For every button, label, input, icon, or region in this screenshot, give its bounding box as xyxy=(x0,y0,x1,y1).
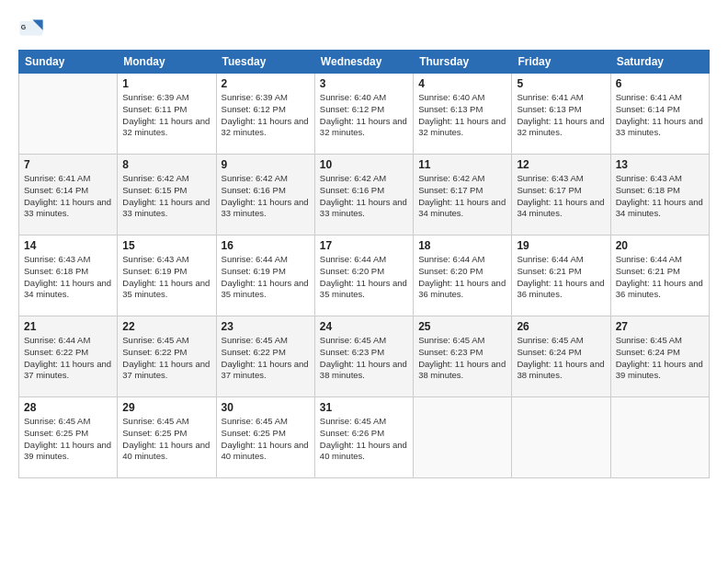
calendar-cell: 23Sunrise: 6:45 AM Sunset: 6:22 PM Dayli… xyxy=(216,316,314,397)
day-number: 2 xyxy=(222,77,310,90)
calendar-cell xyxy=(512,397,610,478)
day-info: Sunrise: 6:45 AM Sunset: 6:24 PM Dayligh… xyxy=(517,335,605,382)
calendar-cell: 5Sunrise: 6:41 AM Sunset: 6:13 PM Daylig… xyxy=(512,74,610,155)
calendar-cell: 27Sunrise: 6:45 AM Sunset: 6:24 PM Dayli… xyxy=(610,316,709,397)
calendar-cell: 13Sunrise: 6:43 AM Sunset: 6:18 PM Dayli… xyxy=(610,155,709,236)
day-number: 14 xyxy=(24,239,112,252)
day-info: Sunrise: 6:45 AM Sunset: 6:24 PM Dayligh… xyxy=(616,335,704,382)
day-number: 12 xyxy=(517,158,605,171)
day-info: Sunrise: 6:40 AM Sunset: 6:12 PM Dayligh… xyxy=(320,92,408,139)
day-info: Sunrise: 6:41 AM Sunset: 6:14 PM Dayligh… xyxy=(616,92,704,139)
header: G xyxy=(18,15,710,40)
day-number: 5 xyxy=(517,77,605,90)
calendar-cell: 15Sunrise: 6:43 AM Sunset: 6:19 PM Dayli… xyxy=(118,236,216,316)
day-number: 19 xyxy=(517,239,605,252)
calendar-cell: 1Sunrise: 6:39 AM Sunset: 6:11 PM Daylig… xyxy=(118,74,216,155)
day-number: 30 xyxy=(222,401,310,414)
calendar-cell: 25Sunrise: 6:45 AM Sunset: 6:23 PM Dayli… xyxy=(414,316,512,397)
weekday-header: Tuesday xyxy=(216,51,314,74)
calendar-cell: 26Sunrise: 6:45 AM Sunset: 6:24 PM Dayli… xyxy=(512,316,610,397)
day-number: 31 xyxy=(320,401,408,414)
calendar-cell: 20Sunrise: 6:44 AM Sunset: 6:21 PM Dayli… xyxy=(610,236,709,316)
day-info: Sunrise: 6:45 AM Sunset: 6:23 PM Dayligh… xyxy=(320,335,408,382)
day-number: 9 xyxy=(222,158,310,171)
day-info: Sunrise: 6:45 AM Sunset: 6:25 PM Dayligh… xyxy=(122,416,210,463)
day-info: Sunrise: 6:44 AM Sunset: 6:19 PM Dayligh… xyxy=(222,254,310,301)
calendar-cell: 9Sunrise: 6:42 AM Sunset: 6:16 PM Daylig… xyxy=(216,155,314,236)
weekday-header: Friday xyxy=(512,51,610,74)
day-number: 8 xyxy=(122,158,210,171)
day-number: 11 xyxy=(418,158,506,171)
day-number: 21 xyxy=(24,320,112,333)
day-info: Sunrise: 6:39 AM Sunset: 6:11 PM Dayligh… xyxy=(122,92,210,139)
weekday-header: Sunday xyxy=(19,51,118,74)
calendar-cell: 3Sunrise: 6:40 AM Sunset: 6:12 PM Daylig… xyxy=(314,74,413,155)
day-info: Sunrise: 6:42 AM Sunset: 6:16 PM Dayligh… xyxy=(222,173,310,220)
calendar-cell: 2Sunrise: 6:39 AM Sunset: 6:12 PM Daylig… xyxy=(216,74,314,155)
day-info: Sunrise: 6:44 AM Sunset: 6:21 PM Dayligh… xyxy=(517,254,605,301)
day-number: 23 xyxy=(222,320,310,333)
calendar-cell xyxy=(19,74,118,155)
day-number: 16 xyxy=(222,239,310,252)
calendar-table: SundayMondayTuesdayWednesdayThursdayFrid… xyxy=(18,50,710,478)
day-info: Sunrise: 6:45 AM Sunset: 6:25 PM Dayligh… xyxy=(222,416,310,463)
day-number: 24 xyxy=(320,320,408,333)
day-info: Sunrise: 6:43 AM Sunset: 6:18 PM Dayligh… xyxy=(24,254,112,301)
page: G SundayMondayTuesdayWednesdayThursdayFr… xyxy=(0,0,728,563)
day-number: 10 xyxy=(320,158,408,171)
calendar-week-row: 1Sunrise: 6:39 AM Sunset: 6:11 PM Daylig… xyxy=(19,74,710,155)
logo: G xyxy=(18,15,48,40)
day-number: 22 xyxy=(122,320,210,333)
day-info: Sunrise: 6:42 AM Sunset: 6:16 PM Dayligh… xyxy=(320,173,408,220)
day-number: 18 xyxy=(418,239,506,252)
calendar-header-row: SundayMondayTuesdayWednesdayThursdayFrid… xyxy=(19,51,710,74)
day-number: 1 xyxy=(122,77,210,90)
day-number: 4 xyxy=(418,77,506,90)
calendar-cell: 19Sunrise: 6:44 AM Sunset: 6:21 PM Dayli… xyxy=(512,236,610,316)
day-info: Sunrise: 6:44 AM Sunset: 6:22 PM Dayligh… xyxy=(24,335,112,382)
day-number: 13 xyxy=(616,158,704,171)
day-number: 20 xyxy=(616,239,704,252)
day-info: Sunrise: 6:44 AM Sunset: 6:20 PM Dayligh… xyxy=(320,254,408,301)
day-number: 7 xyxy=(24,158,112,171)
calendar-cell: 6Sunrise: 6:41 AM Sunset: 6:14 PM Daylig… xyxy=(610,74,709,155)
calendar-week-row: 28Sunrise: 6:45 AM Sunset: 6:25 PM Dayli… xyxy=(19,397,710,478)
calendar-cell: 29Sunrise: 6:45 AM Sunset: 6:25 PM Dayli… xyxy=(118,397,216,478)
weekday-header: Saturday xyxy=(610,51,709,74)
calendar-cell: 22Sunrise: 6:45 AM Sunset: 6:22 PM Dayli… xyxy=(118,316,216,397)
calendar-cell: 24Sunrise: 6:45 AM Sunset: 6:23 PM Dayli… xyxy=(314,316,413,397)
day-info: Sunrise: 6:44 AM Sunset: 6:20 PM Dayligh… xyxy=(418,254,506,301)
calendar-cell: 31Sunrise: 6:45 AM Sunset: 6:26 PM Dayli… xyxy=(314,397,413,478)
calendar-cell: 17Sunrise: 6:44 AM Sunset: 6:20 PM Dayli… xyxy=(314,236,413,316)
day-number: 3 xyxy=(320,77,408,90)
day-info: Sunrise: 6:41 AM Sunset: 6:13 PM Dayligh… xyxy=(517,92,605,139)
day-info: Sunrise: 6:41 AM Sunset: 6:14 PM Dayligh… xyxy=(24,173,112,220)
day-info: Sunrise: 6:43 AM Sunset: 6:19 PM Dayligh… xyxy=(122,254,210,301)
day-info: Sunrise: 6:40 AM Sunset: 6:13 PM Dayligh… xyxy=(418,92,506,139)
calendar-cell: 30Sunrise: 6:45 AM Sunset: 6:25 PM Dayli… xyxy=(216,397,314,478)
day-number: 25 xyxy=(418,320,506,333)
day-number: 28 xyxy=(24,401,112,414)
weekday-header: Thursday xyxy=(414,51,512,74)
calendar-week-row: 14Sunrise: 6:43 AM Sunset: 6:18 PM Dayli… xyxy=(19,236,710,316)
day-info: Sunrise: 6:45 AM Sunset: 6:26 PM Dayligh… xyxy=(320,416,408,463)
day-info: Sunrise: 6:44 AM Sunset: 6:21 PM Dayligh… xyxy=(616,254,704,301)
day-number: 26 xyxy=(517,320,605,333)
day-info: Sunrise: 6:42 AM Sunset: 6:17 PM Dayligh… xyxy=(418,173,506,220)
day-number: 29 xyxy=(122,401,210,414)
day-info: Sunrise: 6:45 AM Sunset: 6:23 PM Dayligh… xyxy=(418,335,506,382)
calendar-week-row: 21Sunrise: 6:44 AM Sunset: 6:22 PM Dayli… xyxy=(19,316,710,397)
weekday-header: Wednesday xyxy=(314,51,413,74)
calendar-cell: 12Sunrise: 6:43 AM Sunset: 6:17 PM Dayli… xyxy=(512,155,610,236)
day-number: 15 xyxy=(122,239,210,252)
day-number: 6 xyxy=(616,77,704,90)
calendar-cell: 18Sunrise: 6:44 AM Sunset: 6:20 PM Dayli… xyxy=(414,236,512,316)
calendar-cell: 10Sunrise: 6:42 AM Sunset: 6:16 PM Dayli… xyxy=(314,155,413,236)
calendar-cell xyxy=(414,397,512,478)
day-number: 17 xyxy=(320,239,408,252)
calendar-cell xyxy=(610,397,709,478)
day-info: Sunrise: 6:45 AM Sunset: 6:25 PM Dayligh… xyxy=(24,416,112,463)
calendar-cell: 11Sunrise: 6:42 AM Sunset: 6:17 PM Dayli… xyxy=(414,155,512,236)
svg-text:G: G xyxy=(21,24,27,30)
day-info: Sunrise: 6:43 AM Sunset: 6:18 PM Dayligh… xyxy=(616,173,704,220)
